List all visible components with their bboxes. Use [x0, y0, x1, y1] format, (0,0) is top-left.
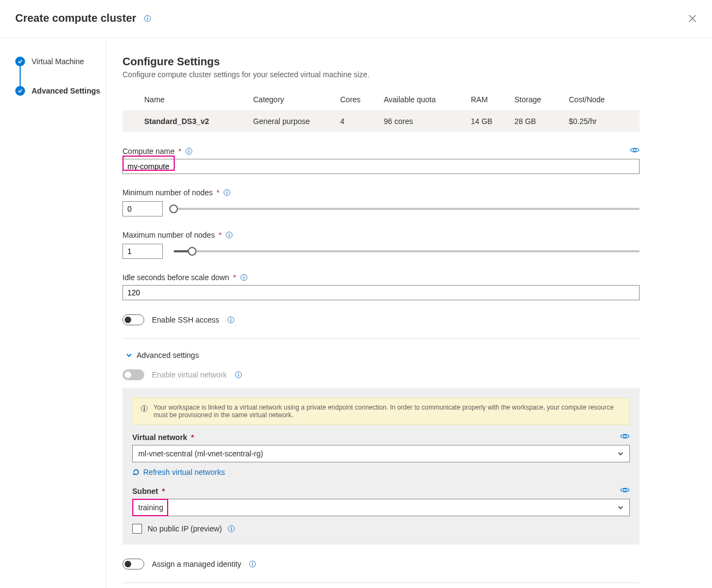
managed-identity-label: Assign a managed identity	[152, 560, 241, 568]
col-cost: Cost/Node	[569, 95, 634, 104]
chevron-down-icon	[126, 352, 132, 358]
preview-icon[interactable]	[630, 146, 640, 156]
step-label: Advanced Settings	[32, 86, 100, 95]
cell-cores: 4	[340, 117, 384, 126]
no-public-ip-checkbox[interactable]	[132, 524, 142, 534]
info-icon[interactable]	[185, 147, 193, 155]
svg-rect-26	[144, 408, 144, 410]
svg-point-16	[243, 276, 244, 277]
dialog-title: Create compute cluster	[15, 12, 136, 24]
compute-name-label: Compute name	[122, 147, 175, 156]
refresh-vnet-link[interactable]: Refresh virtual networks	[132, 468, 630, 476]
svg-point-22	[238, 373, 239, 374]
subnet-select[interactable]: training	[132, 499, 630, 516]
required-mark: *	[233, 273, 236, 282]
refresh-vnet-label: Refresh virtual networks	[143, 468, 225, 476]
col-category: Category	[253, 95, 340, 104]
max-nodes-label: Maximum number of nodes	[122, 231, 215, 239]
step-advanced-settings[interactable]: Advanced Settings	[15, 86, 106, 96]
required-mark: *	[162, 487, 164, 496]
table-row: Standard_DS3_v2 General purpose 4 96 cor…	[122, 110, 640, 132]
vnet-select[interactable]: ml-vnet-scentral (ml-vnet-scentral-rg)	[132, 445, 630, 462]
stepper: Virtual Machine Advanced Settings	[0, 38, 106, 588]
dialog-header: Create compute cluster	[0, 0, 712, 38]
svg-point-33	[252, 562, 253, 564]
no-public-ip-label: No public IP (preview)	[148, 524, 222, 533]
subnet-label: Subnet	[132, 487, 158, 496]
info-icon[interactable]	[144, 15, 151, 22]
col-cores: Cores	[340, 95, 384, 104]
check-icon	[15, 57, 25, 66]
max-nodes-slider[interactable]	[174, 250, 640, 252]
info-icon[interactable]	[225, 231, 233, 239]
subnet-value: training	[138, 503, 163, 512]
vnet-info-note: Your workspace is linked to a virtual ne…	[132, 398, 630, 425]
svg-point-10	[226, 191, 228, 192]
min-nodes-label: Minimum number of nodes	[122, 188, 213, 197]
enable-ssh-label: Enable SSH access	[152, 315, 219, 324]
svg-rect-14	[229, 234, 229, 237]
svg-rect-31	[231, 528, 231, 530]
idle-seconds-label: Idle seconds before scale down	[122, 273, 229, 282]
svg-point-25	[144, 407, 145, 408]
required-mark: *	[191, 433, 194, 442]
min-nodes-slider[interactable]	[174, 208, 640, 210]
info-icon[interactable]	[227, 316, 235, 324]
info-icon[interactable]	[228, 525, 235, 533]
info-icon[interactable]	[240, 274, 248, 281]
cell-quota: 96 cores	[384, 117, 471, 126]
cell-name: Standard_DS3_v2	[144, 117, 253, 126]
svg-point-13	[229, 233, 230, 234]
idle-seconds-input[interactable]	[122, 285, 640, 300]
managed-identity-toggle[interactable]	[122, 559, 144, 570]
preview-icon[interactable]	[620, 486, 630, 496]
enable-vnet-label: Enable virtual network	[152, 370, 227, 379]
col-storage: Storage	[514, 95, 569, 104]
svg-rect-2	[148, 17, 148, 20]
enable-vnet-toggle[interactable]	[122, 369, 144, 380]
col-ram: RAM	[471, 95, 514, 104]
svg-point-28	[623, 488, 626, 491]
close-icon[interactable]	[688, 14, 697, 23]
svg-rect-34	[253, 564, 253, 566]
cell-category: General purpose	[253, 117, 340, 126]
step-connector	[20, 66, 106, 86]
required-mark: *	[219, 231, 222, 239]
section-title: Configure Settings	[122, 55, 694, 68]
svg-point-27	[623, 435, 626, 437]
col-name: Name	[144, 95, 253, 104]
vnet-note-text: Your workspace is linked to a virtual ne…	[154, 404, 622, 419]
refresh-icon	[132, 468, 140, 476]
svg-point-8	[633, 148, 636, 151]
preview-icon[interactable]	[620, 432, 630, 442]
chevron-down-icon	[617, 450, 624, 457]
cell-ram: 14 GB	[471, 117, 514, 126]
svg-rect-20	[230, 319, 231, 321]
section-subtitle: Configure compute cluster settings for y…	[122, 70, 694, 79]
max-nodes-input[interactable]	[122, 244, 163, 259]
info-icon	[140, 405, 148, 412]
min-nodes-input[interactable]	[122, 201, 163, 216]
info-icon[interactable]	[223, 189, 231, 196]
svg-point-30	[231, 527, 232, 528]
table-header: Name Category Cores Available quota RAM …	[122, 89, 640, 110]
info-icon[interactable]	[249, 560, 256, 568]
advanced-settings-expander[interactable]: Advanced settings	[122, 351, 694, 360]
svg-rect-23	[238, 374, 238, 376]
svg-point-1	[148, 16, 149, 17]
svg-rect-7	[189, 151, 189, 153]
cell-cost: $0.25/hr	[569, 117, 634, 126]
enable-ssh-toggle[interactable]	[122, 314, 144, 325]
vnet-panel: Your workspace is linked to a virtual ne…	[122, 388, 640, 544]
divider	[122, 583, 640, 583]
compute-name-input[interactable]	[122, 159, 640, 174]
svg-point-19	[230, 318, 231, 319]
step-label: Virtual Machine	[32, 57, 84, 66]
cell-storage: 28 GB	[514, 117, 569, 126]
svg-rect-11	[227, 192, 228, 194]
vnet-label: Virtual network	[132, 433, 187, 442]
step-virtual-machine[interactable]: Virtual Machine	[15, 57, 106, 66]
required-mark: *	[179, 147, 181, 156]
vm-size-table: Name Category Cores Available quota RAM …	[122, 89, 640, 132]
info-icon[interactable]	[235, 371, 242, 379]
